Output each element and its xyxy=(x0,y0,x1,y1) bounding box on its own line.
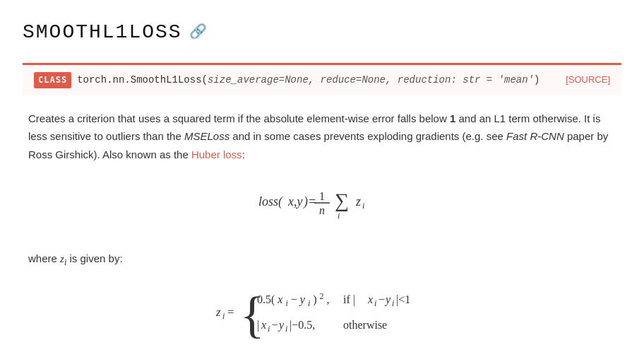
svg-text:i: i xyxy=(222,311,225,321)
where-text: where zi is given by: xyxy=(28,250,616,269)
svg-text:n: n xyxy=(319,204,325,216)
svg-text:y: y xyxy=(384,293,391,306)
link-icon[interactable]: 🔗 xyxy=(189,21,208,44)
svg-text:otherwise: otherwise xyxy=(343,319,387,331)
svg-text:i: i xyxy=(338,211,340,221)
svg-text:i: i xyxy=(392,298,394,308)
signature-code: torch.nn.SmoothL1Loss(size_average=None,… xyxy=(77,72,560,88)
svg-text:−: − xyxy=(378,293,385,305)
svg-text:−: − xyxy=(272,319,278,331)
source-link[interactable]: [SOURCE] xyxy=(566,73,610,88)
svg-text:|<1: |<1 xyxy=(396,293,410,306)
loss-formula-svg: loss( x,y )= 1 n ∑ i z i xyxy=(251,177,393,227)
loss-formula: loss( x,y )= 1 n ∑ i z i xyxy=(28,177,616,233)
svg-text:0.5(
        x
        i
     : 0.5( x i − y i ) 2 , xyxy=(257,289,330,308)
svg-text:x: x xyxy=(261,319,266,331)
svg-text:i: i xyxy=(268,324,270,334)
svg-text:1: 1 xyxy=(319,190,325,202)
svg-text:)=: )= xyxy=(303,194,316,209)
page-title: SMOOTHL1LOSS 🔗 xyxy=(23,17,621,49)
signature-start: torch.nn.SmoothL1Loss(size_average=None,… xyxy=(77,74,539,86)
svg-text:|: | xyxy=(257,319,259,332)
svg-text:i: i xyxy=(362,201,364,211)
class-signature-box: CLASS torch.nn.SmoothL1Loss(size_average… xyxy=(23,63,621,95)
svg-text:if |: if | xyxy=(343,293,355,306)
svg-text:x,y: x,y xyxy=(287,194,302,209)
svg-text:i: i xyxy=(285,324,287,334)
svg-text:x: x xyxy=(367,293,373,305)
description-paragraph: Creates a criterion that uses a squared … xyxy=(28,110,616,164)
title-text: SMOOTHL1LOSS xyxy=(23,17,182,49)
svg-text:loss(: loss( xyxy=(258,194,283,209)
piecewise-formula: z i = { 0.5( x i − y i ) 2 , if | x i − … xyxy=(28,281,616,349)
svg-text:i: i xyxy=(374,298,376,308)
svg-text:|−0.5,: |−0.5, xyxy=(290,319,315,332)
huber-loss-link[interactable]: Huber loss xyxy=(191,148,242,160)
class-badge: CLASS xyxy=(34,72,71,88)
piecewise-svg: z i = { 0.5( x i − y i ) 2 , if | x i − … xyxy=(174,281,470,344)
svg-text:z: z xyxy=(355,194,361,209)
content-section: Creates a criterion that uses a squared … xyxy=(23,110,621,357)
svg-text:y: y xyxy=(278,319,285,332)
svg-text:∑: ∑ xyxy=(335,189,349,211)
svg-text:z: z xyxy=(215,305,221,319)
svg-text:=: = xyxy=(227,305,234,319)
